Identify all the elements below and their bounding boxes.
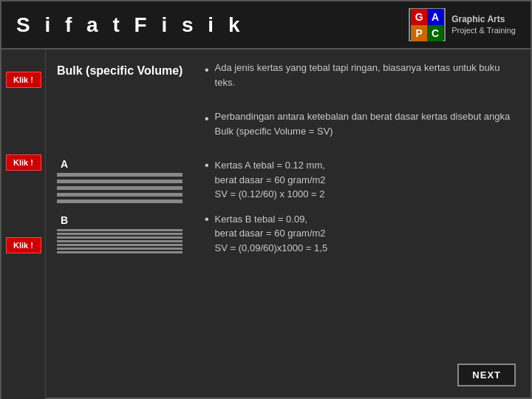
bottom-section: A B [57,158,531,389]
diagram-b-line-3 [57,236,183,239]
top-section: Bulk (specific Volume) • Ada jenis kerta… [57,61,531,98]
right-bullets: • Kertas A tebal = 0.12 mm, berat dasar … [205,158,531,389]
bullet-1-container: • Ada jenis kertas yang tebal tapi ringa… [205,61,531,98]
next-button[interactable]: NEXT [457,364,516,386]
diagram-a-lines [57,173,183,203]
diagram-b-label: B [61,214,68,226]
logo-a: A [427,9,443,25]
diagram-b-line-2 [57,233,183,235]
bullet-dot-2: • [205,110,209,138]
logo-box: G A P C Graphic Arts Project & Training [409,8,516,41]
bullet-3-text: Kertas A tebal = 0.12 mm, berat dasar = … [215,158,519,202]
content-area: Bulk (specific Volume) • Ada jenis kerta… [46,50,531,399]
diagram-b-line-6 [57,248,183,250]
middle-spacer [57,109,190,147]
bullet-1: • Ada jenis kertas yang tebal tapi ringa… [205,61,519,89]
company-name-line1: Graphic Arts [451,14,516,26]
diagram-a-line-1 [57,173,183,177]
bullet-1-text: Ada jenis kertas yang tebal tapi ringan,… [215,61,519,89]
bullet-dot-3: • [205,159,209,202]
page-title: S i f a t F i s i k [16,13,245,37]
diagram-a-line-4 [57,193,183,197]
klik-button-3[interactable]: Klik ! [6,237,41,253]
middle-section: • Perbandingan antara ketebalan dan bera… [57,109,531,147]
bullet4-line1: Kertas B tebal = 0.09, [215,214,307,225]
section-title: Bulk (specific Volume) [57,61,190,98]
bullet4-line3: SV = (0,09/60)x1000 = 1,5 [215,242,328,253]
bullet-2-text: Perbandingan antara ketebalan dan berat … [215,109,519,138]
bullet-2: • Perbandingan antara ketebalan dan bera… [205,109,519,138]
left-sidebar: Klik ! Klik ! Klik ! [1,50,46,399]
bullet-dot-1: • [205,61,209,89]
logo-c: C [427,25,443,41]
klik-button-1[interactable]: Klik ! [6,72,41,88]
diagram-b: B [57,214,190,253]
bullet3-line1: Kertas A tebal = 0.12 mm, [215,160,325,171]
header: S i f a t F i s i k G A P C Graphic Arts… [1,1,531,50]
klik-button-2[interactable]: Klik ! [6,154,41,171]
bullet-4-text: Kertas B tebal = 0.09, berat dasar = 60 … [215,212,519,256]
diagram-b-line-1 [57,229,183,231]
bullet-dot-4: • [205,213,209,256]
diagram-b-line-4 [57,240,183,242]
company-name-line2: Project & Training [451,25,516,35]
bullet4-line2: berat dasar = 60 gram/m2 [215,228,326,239]
bullet-4: • Kertas B tebal = 0.09, berat dasar = 6… [205,212,519,256]
diagram-a-label: A [61,158,68,170]
main-content: Klik ! Klik ! Klik ! Bulk (specific Volu… [1,50,531,399]
diagram-a: A [57,158,190,203]
diagram-b-line-5 [57,244,183,246]
diagram-b-lines [57,229,183,253]
bullet3-line2: berat dasar = 60 gram/m2 [215,174,326,185]
diagram-a-line-2 [57,180,183,183]
logo-icon: G A P C [409,8,446,41]
next-button-container: NEXT [457,364,516,386]
diagram-a-line-3 [57,186,183,190]
logo-p: P [411,25,427,41]
bullet-2-container: • Perbandingan antara ketebalan dan bera… [205,109,531,147]
bullet-3: • Kertas A tebal = 0.12 mm, berat dasar … [205,158,519,202]
bullet3-line3: SV = (0.12/60) x 1000 = 2 [215,188,325,200]
diagram-a-line-5 [57,200,183,203]
diagram-b-line-7 [57,251,183,253]
logo-g: G [411,9,427,25]
logo-text: Graphic Arts Project & Training [451,14,516,36]
main-window: S i f a t F i s i k G A P C Graphic Arts… [0,0,532,399]
diagrams: A B [57,158,190,389]
